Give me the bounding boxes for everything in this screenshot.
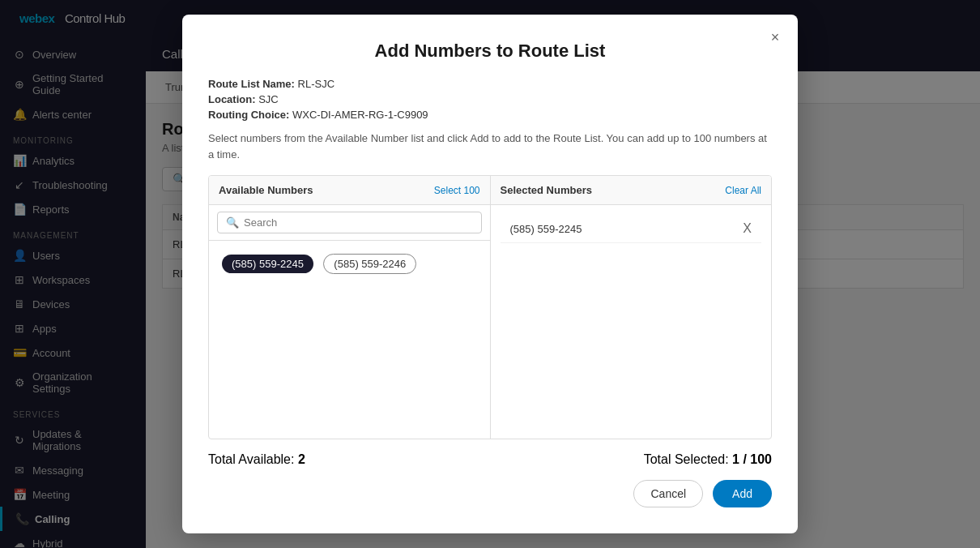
- search-icon: 🔍: [226, 216, 239, 229]
- routing-choice-line: Routing Choice: WXC-DI-AMER-RG-1-C9909: [208, 109, 772, 121]
- total-selected: Total Selected: 1 / 100: [644, 452, 772, 467]
- route-list-name-value: RL-SJC: [298, 78, 335, 90]
- cancel-button[interactable]: Cancel: [633, 480, 703, 507]
- modal-title: Add Numbers to Route List: [208, 41, 772, 62]
- select-100-button[interactable]: Select 100: [434, 185, 480, 196]
- available-panel-title: Available Numbers: [219, 184, 313, 196]
- location-label: Location:: [208, 93, 256, 105]
- remove-selected-button[interactable]: X: [743, 221, 752, 236]
- total-available-count: 2: [298, 452, 305, 466]
- available-panel: Available Numbers Select 100 🔍 (585) 559…: [209, 176, 490, 439]
- location-value: SJC: [258, 93, 279, 105]
- selected-panel-title: Selected Numbers: [501, 184, 592, 196]
- routing-choice-label: Routing Choice:: [208, 109, 289, 121]
- modal-instruction: Select numbers from the Available Number…: [208, 131, 772, 162]
- route-list-name-line: Route List Name: RL-SJC: [208, 78, 772, 90]
- available-search-input[interactable]: [244, 216, 473, 229]
- add-button[interactable]: Add: [713, 480, 772, 507]
- location-line: Location: SJC: [208, 93, 772, 105]
- modal-footer: Total Available: 2 Total Selected: 1 / 1…: [208, 452, 772, 467]
- selected-numbers-body: (585) 559-2245 X: [491, 205, 772, 439]
- number-tag-unselected[interactable]: (585) 559-2246: [323, 254, 416, 274]
- selected-panel: Selected Numbers Clear All (585) 559-224…: [491, 176, 772, 439]
- number-picker: Available Numbers Select 100 🔍 (585) 559…: [208, 175, 772, 439]
- modal-close-button[interactable]: ×: [765, 28, 785, 47]
- available-panel-header: Available Numbers Select 100: [209, 176, 490, 205]
- modal-buttons: Cancel Add: [208, 480, 772, 507]
- total-selected-label: Total Selected:: [644, 452, 729, 466]
- total-available-label: Total Available:: [208, 452, 294, 466]
- modal-meta: Route List Name: RL-SJC Location: SJC Ro…: [208, 78, 772, 124]
- selected-item: (585) 559-2245 X: [501, 215, 762, 243]
- clear-all-button[interactable]: Clear All: [725, 185, 761, 196]
- total-selected-count: 1 / 100: [732, 452, 772, 466]
- available-numbers-body: (585) 559-2245 (585) 559-2246: [209, 241, 490, 439]
- routing-choice-value: WXC-DI-AMER-RG-1-C9909: [292, 109, 428, 121]
- available-search-container: 🔍: [209, 205, 490, 241]
- available-search-inner[interactable]: 🔍: [217, 212, 482, 233]
- total-available: Total Available: 2: [208, 452, 305, 467]
- route-list-name-label: Route List Name:: [208, 78, 295, 90]
- selected-panel-header: Selected Numbers Clear All: [491, 176, 772, 205]
- modal-overlay: × Add Numbers to Route List Route List N…: [0, 0, 980, 548]
- selected-number-value: (585) 559-2245: [510, 223, 582, 235]
- modal: × Add Numbers to Route List Route List N…: [182, 15, 798, 533]
- number-tag-selected[interactable]: (585) 559-2245: [222, 255, 313, 273]
